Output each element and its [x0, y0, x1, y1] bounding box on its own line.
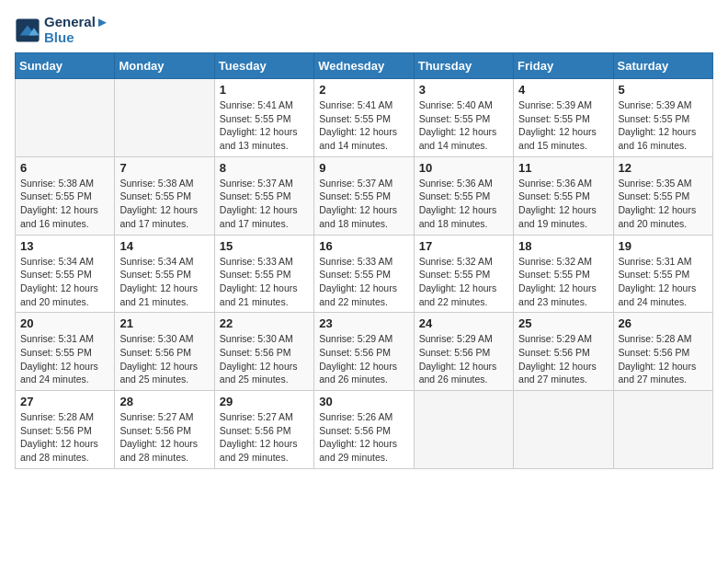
- day-number: 19: [619, 239, 708, 253]
- calendar-cell: 19Sunrise: 5:31 AM Sunset: 5:55 PM Dayli…: [613, 235, 712, 313]
- day-number: 26: [619, 316, 708, 330]
- day-number: 17: [419, 239, 508, 253]
- day-number: 11: [518, 161, 608, 175]
- calendar-cell: 4Sunrise: 5:39 AM Sunset: 5:55 PM Daylig…: [514, 79, 613, 157]
- week-row-4: 20Sunrise: 5:31 AM Sunset: 5:55 PM Dayli…: [16, 313, 713, 391]
- calendar-cell: 2Sunrise: 5:41 AM Sunset: 5:55 PM Daylig…: [314, 79, 414, 157]
- day-number: 25: [518, 316, 608, 330]
- day-info: Sunrise: 5:26 AM Sunset: 5:56 PM Dayligh…: [319, 410, 408, 465]
- weekday-header-tuesday: Tuesday: [214, 53, 313, 79]
- day-info: Sunrise: 5:30 AM Sunset: 5:56 PM Dayligh…: [119, 332, 209, 386]
- day-number: 15: [220, 239, 309, 253]
- day-info: Sunrise: 5:40 AM Sunset: 5:55 PM Dayligh…: [419, 98, 508, 153]
- day-number: 1: [220, 83, 309, 97]
- day-number: 18: [518, 239, 608, 253]
- day-number: 24: [419, 316, 508, 330]
- day-number: 3: [419, 83, 508, 97]
- day-info: Sunrise: 5:31 AM Sunset: 5:55 PM Dayligh…: [20, 332, 109, 386]
- day-number: 13: [20, 239, 109, 253]
- day-info: Sunrise: 5:39 AM Sunset: 5:55 PM Dayligh…: [518, 98, 608, 153]
- day-info: Sunrise: 5:41 AM Sunset: 5:55 PM Dayligh…: [319, 98, 408, 153]
- calendar-cell: 24Sunrise: 5:29 AM Sunset: 5:56 PM Dayli…: [414, 313, 513, 391]
- calendar-cell: 9Sunrise: 5:37 AM Sunset: 5:55 PM Daylig…: [314, 156, 414, 235]
- day-info: Sunrise: 5:36 AM Sunset: 5:55 PM Dayligh…: [419, 177, 508, 231]
- day-info: Sunrise: 5:33 AM Sunset: 5:55 PM Dayligh…: [220, 255, 309, 309]
- day-info: Sunrise: 5:32 AM Sunset: 5:55 PM Dayligh…: [518, 255, 608, 309]
- day-info: Sunrise: 5:28 AM Sunset: 5:56 PM Dayligh…: [619, 332, 708, 386]
- day-info: Sunrise: 5:27 AM Sunset: 5:56 PM Dayligh…: [220, 410, 309, 465]
- logo-text: General► Blue: [44, 15, 109, 45]
- logo: General► Blue: [15, 15, 109, 45]
- weekday-header-row: SundayMondayTuesdayWednesdayThursdayFrid…: [16, 53, 713, 79]
- day-number: 12: [619, 161, 708, 175]
- calendar-cell: 3Sunrise: 5:40 AM Sunset: 5:55 PM Daylig…: [414, 79, 513, 157]
- day-info: Sunrise: 5:34 AM Sunset: 5:55 PM Dayligh…: [119, 255, 209, 309]
- day-number: 4: [518, 83, 608, 97]
- day-info: Sunrise: 5:35 AM Sunset: 5:55 PM Dayligh…: [619, 177, 708, 231]
- weekday-header-monday: Monday: [115, 53, 214, 79]
- calendar-cell: 12Sunrise: 5:35 AM Sunset: 5:55 PM Dayli…: [613, 156, 712, 235]
- calendar-cell: 14Sunrise: 5:34 AM Sunset: 5:55 PM Dayli…: [115, 235, 214, 313]
- day-number: 10: [419, 161, 508, 175]
- calendar-table: SundayMondayTuesdayWednesdayThursdayFrid…: [15, 52, 713, 469]
- day-info: Sunrise: 5:31 AM Sunset: 5:55 PM Dayligh…: [619, 255, 708, 309]
- calendar-cell: 17Sunrise: 5:32 AM Sunset: 5:55 PM Dayli…: [414, 235, 513, 313]
- day-info: Sunrise: 5:29 AM Sunset: 5:56 PM Dayligh…: [518, 332, 608, 386]
- calendar-cell: 22Sunrise: 5:30 AM Sunset: 5:56 PM Dayli…: [214, 313, 313, 391]
- day-info: Sunrise: 5:33 AM Sunset: 5:55 PM Dayligh…: [319, 255, 408, 309]
- calendar-cell: 16Sunrise: 5:33 AM Sunset: 5:55 PM Dayli…: [314, 235, 414, 313]
- day-info: Sunrise: 5:37 AM Sunset: 5:55 PM Dayligh…: [319, 177, 408, 231]
- calendar-cell: 21Sunrise: 5:30 AM Sunset: 5:56 PM Dayli…: [115, 313, 214, 391]
- week-row-1: 1Sunrise: 5:41 AM Sunset: 5:55 PM Daylig…: [16, 79, 713, 157]
- calendar-cell: 23Sunrise: 5:29 AM Sunset: 5:56 PM Dayli…: [314, 313, 414, 391]
- calendar-cell: [115, 79, 214, 157]
- day-number: 2: [319, 83, 408, 97]
- day-number: 8: [220, 161, 309, 175]
- calendar-cell: 1Sunrise: 5:41 AM Sunset: 5:55 PM Daylig…: [214, 79, 313, 157]
- day-info: Sunrise: 5:38 AM Sunset: 5:55 PM Dayligh…: [119, 177, 209, 231]
- calendar-cell: [16, 79, 115, 157]
- week-row-3: 13Sunrise: 5:34 AM Sunset: 5:55 PM Dayli…: [16, 235, 713, 313]
- day-info: Sunrise: 5:39 AM Sunset: 5:55 PM Dayligh…: [619, 98, 708, 153]
- day-number: 5: [619, 83, 708, 97]
- day-number: 21: [119, 316, 209, 330]
- day-info: Sunrise: 5:29 AM Sunset: 5:56 PM Dayligh…: [319, 332, 408, 386]
- day-number: 30: [319, 395, 408, 408]
- day-info: Sunrise: 5:27 AM Sunset: 5:56 PM Dayligh…: [119, 410, 209, 465]
- calendar-cell: 11Sunrise: 5:36 AM Sunset: 5:55 PM Dayli…: [514, 156, 613, 235]
- calendar-cell: 13Sunrise: 5:34 AM Sunset: 5:55 PM Dayli…: [16, 235, 115, 313]
- page-header: General► Blue: [15, 15, 713, 45]
- calendar-cell: 18Sunrise: 5:32 AM Sunset: 5:55 PM Dayli…: [514, 235, 613, 313]
- day-info: Sunrise: 5:37 AM Sunset: 5:55 PM Dayligh…: [220, 177, 309, 231]
- calendar-cell: 29Sunrise: 5:27 AM Sunset: 5:56 PM Dayli…: [214, 391, 313, 469]
- day-number: 14: [119, 239, 209, 253]
- week-row-5: 27Sunrise: 5:28 AM Sunset: 5:56 PM Dayli…: [16, 391, 713, 469]
- calendar-cell: 5Sunrise: 5:39 AM Sunset: 5:55 PM Daylig…: [613, 79, 712, 157]
- day-info: Sunrise: 5:38 AM Sunset: 5:55 PM Dayligh…: [20, 177, 109, 231]
- weekday-header-saturday: Saturday: [613, 53, 712, 79]
- weekday-header-sunday: Sunday: [16, 53, 115, 79]
- calendar-cell: [414, 391, 513, 469]
- calendar-cell: 30Sunrise: 5:26 AM Sunset: 5:56 PM Dayli…: [314, 391, 414, 469]
- logo-icon: [15, 17, 40, 43]
- day-number: 6: [20, 161, 109, 175]
- day-number: 27: [20, 395, 109, 408]
- calendar-cell: [514, 391, 613, 469]
- weekday-header-friday: Friday: [514, 53, 613, 79]
- day-info: Sunrise: 5:36 AM Sunset: 5:55 PM Dayligh…: [518, 177, 608, 231]
- day-number: 22: [220, 316, 309, 330]
- day-info: Sunrise: 5:41 AM Sunset: 5:55 PM Dayligh…: [220, 98, 309, 153]
- day-info: Sunrise: 5:32 AM Sunset: 5:55 PM Dayligh…: [419, 255, 508, 309]
- week-row-2: 6Sunrise: 5:38 AM Sunset: 5:55 PM Daylig…: [16, 156, 713, 235]
- calendar-cell: 20Sunrise: 5:31 AM Sunset: 5:55 PM Dayli…: [16, 313, 115, 391]
- day-info: Sunrise: 5:28 AM Sunset: 5:56 PM Dayligh…: [20, 410, 109, 465]
- calendar-cell: [613, 391, 712, 469]
- day-number: 23: [319, 316, 408, 330]
- calendar-cell: 15Sunrise: 5:33 AM Sunset: 5:55 PM Dayli…: [214, 235, 313, 313]
- day-info: Sunrise: 5:29 AM Sunset: 5:56 PM Dayligh…: [419, 332, 508, 386]
- day-number: 28: [119, 395, 209, 408]
- day-number: 7: [119, 161, 209, 175]
- weekday-header-thursday: Thursday: [414, 53, 513, 79]
- day-number: 20: [20, 316, 109, 330]
- calendar-cell: 26Sunrise: 5:28 AM Sunset: 5:56 PM Dayli…: [613, 313, 712, 391]
